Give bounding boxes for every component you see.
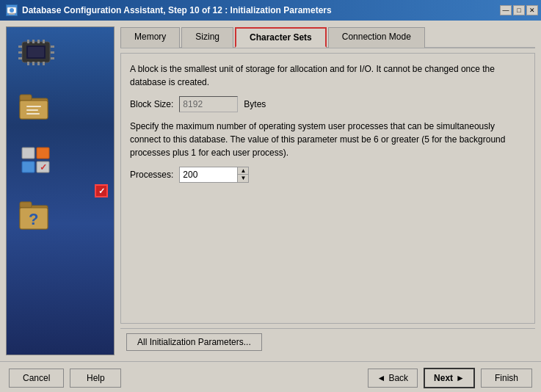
processes-label: Processes: [130,170,173,180]
title-bar: Database Configuration Assistant, Step 1… [0,0,541,21]
svg-rect-24 [26,109,38,111]
processes-row: Processes: ▲ ▼ [130,167,526,183]
all-params-area: All Initialization Parameters... [120,328,535,355]
help-folder-icon: ? [16,195,57,237]
svg-rect-11 [32,62,35,65]
minimize-button[interactable]: — [500,5,512,15]
svg-rect-10 [27,62,29,65]
main-content: ✓ ✓ [0,21,541,361]
spinner-down-button[interactable]: ▼ [238,175,248,182]
svg-rect-6 [27,40,29,43]
wizard-panel: ✓ ✓ [6,26,115,355]
next-button[interactable]: Next ► [424,368,475,388]
shapes-icon: ✓ [16,142,57,181]
bytes-label: Bytes [244,99,266,109]
block-size-description: A block is the smallest unit of storage … [130,62,526,89]
finish-button[interactable]: Finish [481,369,532,388]
svg-rect-5 [28,47,44,57]
right-panel: Memory Sizing Character Sets Connection … [120,26,535,355]
block-size-row: Block Size: Bytes [130,96,526,112]
cancel-button[interactable]: Cancel [9,369,64,388]
checkmark-4: ✓ [95,184,108,197]
tabs-container: Memory Sizing Character Sets Connection … [120,26,535,48]
close-button[interactable]: ✕ [526,5,538,15]
footer-left: Cancel Help [9,369,121,388]
svg-rect-16 [18,57,22,59]
spinner-up-button[interactable]: ▲ [238,167,248,175]
svg-text:✓: ✓ [40,162,47,173]
block-size-label: Block Size: [130,99,173,109]
footer: Cancel Help ◄ Back Next ► Finish [0,361,541,392]
app-icon [6,4,18,16]
svg-rect-19 [51,57,54,59]
help-button[interactable]: Help [70,369,121,388]
spinner-buttons: ▲ ▼ [238,167,249,183]
svg-rect-17 [51,46,54,48]
svg-point-1 [10,8,14,12]
processes-input[interactable] [179,167,238,183]
wizard-item-folder: ✓ [10,88,110,127]
processes-spinner[interactable]: ▲ ▼ [179,167,249,183]
footer-right: ◄ Back Next ► Finish [368,368,533,388]
svg-text:?: ? [29,210,38,228]
wizard-item-chip: ✓ [10,35,110,73]
tab-sizing[interactable]: Sizing [181,27,233,48]
chip-icon [16,35,57,73]
back-label: Back [388,373,408,383]
svg-rect-15 [18,51,22,54]
svg-rect-18 [51,51,54,54]
tab-character-sets[interactable]: Character Sets [235,27,327,48]
window-controls[interactable]: — □ ✕ [500,5,538,15]
svg-rect-28 [22,161,35,173]
wizard-item-help-folder: ? ✓ [10,195,110,237]
all-params-button[interactable]: All Initialization Parameters... [126,333,262,351]
svg-rect-7 [32,40,35,43]
svg-rect-23 [26,106,41,107]
svg-rect-32 [20,202,32,208]
svg-rect-2 [9,13,15,15]
content-area: A block is the smallest unit of storage … [120,53,535,324]
next-label: Next [434,373,453,383]
svg-rect-8 [37,40,40,43]
window-title: Database Configuration Assistant, Step 1… [22,5,332,15]
svg-rect-9 [43,40,45,43]
block-size-input[interactable] [179,96,238,112]
wizard-item-shapes: ✓ ✓ [10,142,110,181]
svg-rect-25 [26,113,40,115]
processes-description: Specify the maximum number of operating … [130,120,526,159]
next-arrow-icon: ► [456,373,465,383]
title-bar-left: Database Configuration Assistant, Step 1… [6,4,332,16]
back-arrow-icon: ◄ [377,373,386,383]
back-button[interactable]: ◄ Back [368,369,418,388]
svg-rect-21 [20,95,32,101]
tab-connection-mode[interactable]: Connection Mode [328,27,425,48]
svg-rect-14 [18,46,22,48]
tab-memory[interactable]: Memory [120,27,180,48]
svg-rect-13 [43,62,45,65]
svg-rect-26 [22,148,35,159]
folder-docs-icon [16,88,57,127]
svg-rect-27 [37,148,49,159]
maximize-button[interactable]: □ [513,5,525,15]
svg-rect-12 [37,62,40,65]
